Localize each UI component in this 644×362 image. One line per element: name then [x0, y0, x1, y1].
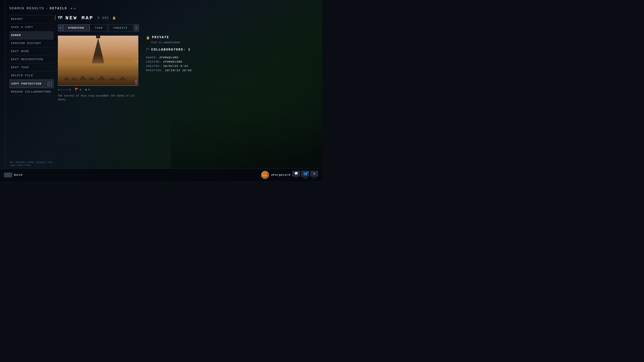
shield-icon: 🛡 — [146, 48, 149, 52]
back-key: — — [4, 173, 12, 177]
modified-row: MODIFIED: 10/19/22 16:52 — [146, 69, 317, 72]
map-dunes — [58, 55, 138, 75]
bookmark-rating: 🚩 0 — [75, 88, 82, 92]
main-content: 🗺 NEW MAP V 005 🔒 O OVERVIEW TAGS CREDIT… — [58, 15, 317, 102]
sidebar-item-save-a-copy[interactable]: SAVE A COPY — [10, 23, 54, 31]
user-avatar: 🦊 — [261, 171, 269, 179]
chat-icon-box: 💬 — [292, 171, 300, 176]
map-description: The secrets of this ring outnumber the s… — [58, 94, 138, 102]
owner-label: OWNER: — [146, 56, 157, 59]
version-badge: V 005 — [98, 16, 109, 20]
chat-button[interactable]: 💬 Y — [292, 171, 300, 179]
map-image — [58, 35, 138, 86]
creator-value: 2ForgeLord — [163, 60, 182, 63]
sidebar: REPORT SAVE A COPY OWNER VERSION HISTORY… — [10, 15, 54, 96]
modified-value: 10/19/22 16:52 — [165, 69, 192, 72]
copy-protection-checkbox[interactable]: ✓ — [48, 82, 52, 86]
star-5: ★ — [67, 88, 68, 91]
user-info: 🦊 2ForgeLord — [261, 171, 290, 179]
owner-row: OWNER: 2ForgeLord — [146, 56, 317, 59]
collaborators-row: 🛡 COLLABORATORS: 1 — [146, 48, 317, 52]
map-scroll-indicator — [135, 79, 137, 84]
star-count: 0 — [69, 88, 71, 91]
modified-label: MODIFIED: — [146, 69, 163, 72]
social-badge: 0 — [307, 172, 308, 174]
privacy-sub: File is unpublished — [151, 41, 317, 44]
sidebar-item-delete-file[interactable]: DELETE FILE — [10, 72, 54, 80]
owner-value: 2ForgeLord — [159, 56, 178, 59]
sidebar-item-edit-tags[interactable]: EDIT TAGS — [10, 64, 54, 72]
sidebar-item-version-history[interactable]: VERSION HISTORY — [10, 39, 54, 48]
user-name: 2ForgeLord — [271, 173, 290, 176]
social-key: Tab — [303, 177, 307, 179]
back-button[interactable]: — Back — [4, 173, 23, 177]
sidebar-item-edit-name[interactable]: EDIT NAME — [10, 48, 54, 56]
content-panel: ★ ★ ★ ★ ★ 0 🚩 0 ▶ 0 — [58, 35, 317, 102]
bookmark-icon: 🚩 — [75, 88, 79, 92]
sidebar-item-copy-protection[interactable]: COPY PROTECTION ✓ — [10, 80, 54, 88]
star-3: ★ — [62, 88, 64, 91]
breadcrumb-dots: ■ ■ — [70, 7, 75, 10]
sidebar-item-manage-collaborators[interactable]: MANAGE COLLABORATORS — [10, 88, 54, 96]
star-2: ★ — [60, 88, 62, 91]
created-value: 10/04/22 9:43 — [163, 65, 188, 68]
bookmark-count: 0 — [80, 88, 82, 91]
sidebar-item-edit-description[interactable]: EDIT DESCRIPTION — [10, 56, 54, 64]
privacy-label: PRIVATE — [152, 35, 169, 39]
settings-icon-box: ⚙ — [310, 171, 318, 176]
collaborators-label: COLLABORATORS: 1 — [151, 48, 191, 52]
tab-credits[interactable]: CREDITS — [108, 24, 133, 31]
created-label: CREATED: — [146, 65, 161, 68]
social-button[interactable]: 👥 0 Tab — [301, 171, 309, 179]
sidebar-item-owner[interactable]: OWNER — [10, 31, 54, 39]
bottom-right: 🦊 2ForgeLord 💬 Y 👥 0 Tab ⚙ F1 — [261, 171, 318, 179]
info-panel: 🔒 PRIVATE File is unpublished 🛡 COLLABOR… — [146, 35, 317, 102]
created-row: CREATED: 10/04/22 9:43 — [146, 65, 317, 68]
tab-tags[interactable]: TAGS — [90, 24, 108, 31]
plays-icon: ▶ — [85, 88, 87, 92]
sidebar-description: Set whether other players can copy this … — [10, 161, 54, 167]
settings-key: F1 — [313, 177, 315, 179]
breadcrumb-arrow: › — [46, 7, 48, 10]
settings-button[interactable]: ⚙ F1 — [310, 171, 318, 179]
privacy-section: 🔒 PRIVATE File is unpublished — [146, 35, 317, 44]
social-icon-box: 👥 0 — [301, 171, 309, 176]
star-4: ★ — [64, 88, 66, 91]
breadcrumb-current: DETAILS — [50, 7, 67, 10]
sidebar-scroll — [55, 15, 56, 20]
left-border — [5, 0, 5, 181]
plays-count: 0 — [88, 88, 90, 91]
tab-key-left: O — [58, 24, 63, 31]
chat-key: Y — [295, 177, 297, 179]
tab-key-right: E — [134, 24, 139, 31]
map-title: NEW MAP — [65, 15, 94, 21]
creator-label: CREATOR: — [146, 60, 161, 63]
bottom-bar: — Back 🦊 2ForgeLord 💬 Y 👥 0 — [0, 168, 322, 181]
lock-icon: 🔒 — [112, 16, 116, 20]
plays-rating: ▶ 0 — [85, 88, 90, 92]
map-icon: 🗺 — [58, 15, 62, 21]
privacy-row: 🔒 PRIVATE — [146, 35, 317, 40]
bottom-actions: 💬 Y 👥 0 Tab ⚙ F1 — [292, 171, 318, 179]
star-rating: ★ ★ ★ ★ ★ 0 — [58, 88, 71, 91]
map-preview: ★ ★ ★ ★ ★ 0 🚩 0 ▶ 0 — [58, 35, 138, 102]
breadcrumb-parent: SEARCH RESULTS — [10, 7, 44, 10]
back-label: Back — [14, 173, 23, 176]
star-1: ★ — [58, 88, 60, 91]
tabs: O OVERVIEW TAGS CREDITS E — [58, 24, 317, 31]
ratings-row: ★ ★ ★ ★ ★ 0 🚩 0 ▶ 0 — [58, 88, 138, 92]
creator-row: CREATOR: 2ForgeLord — [146, 60, 317, 63]
breadcrumb: SEARCH RESULTS › DETAILS ■ ■ — [10, 7, 75, 10]
title-bar: 🗺 NEW MAP V 005 🔒 — [58, 15, 317, 21]
tab-overview[interactable]: OVERVIEW — [63, 24, 90, 31]
sidebar-item-report[interactable]: REPORT — [10, 15, 54, 23]
lock-icon-info: 🔒 — [146, 36, 150, 40]
